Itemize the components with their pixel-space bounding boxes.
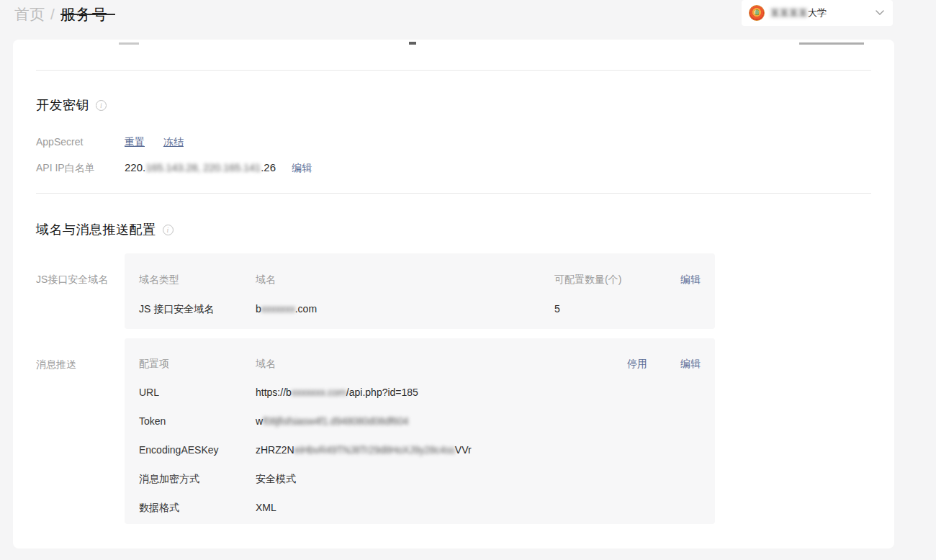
ip-whitelist-row: API IP白名单 220.165.143.28, 220.165.141.26… [36, 160, 871, 176]
clipped-row-fragment [409, 42, 416, 45]
value-redacted: eiHbvR49TNJ8Tr29d8HoXJ9y28c4ss [294, 444, 455, 456]
university-emblem-icon [749, 5, 765, 21]
js-domain-quota: 5 [554, 302, 701, 316]
appsecret-freeze-link[interactable]: 冻结 [163, 136, 184, 148]
config-row-encrypt-mode: 消息加密方式 安全模式 [139, 471, 701, 486]
value-prefix: https://b [256, 387, 292, 398]
js-domain-panel: 域名类型 域名 可配置数量(个) 编辑 JS 接口安全域名 bxxxxxxx.c… [125, 253, 715, 329]
section-divider [36, 70, 871, 71]
appsecret-reset-link[interactable]: 重置 [125, 136, 145, 148]
clipped-row-fragment [119, 42, 139, 45]
ip-whitelist-value: 220.165.143.28, 220.165.141.26 编辑 [125, 160, 312, 176]
value-suffix: /api.php?id=185 [346, 387, 418, 398]
js-domain-row: JS接口安全域名 域名类型 域名 可配置数量(个) 编辑 JS 接口安全域名 b… [36, 253, 871, 329]
js-domain-suffix: .com [295, 303, 317, 315]
clipped-row-fragment [799, 42, 864, 45]
ip-suffix: .26 [261, 161, 276, 173]
js-domain-prefix: b [256, 303, 261, 315]
js-domain-value: bxxxxxxx.com [256, 302, 554, 316]
config-row-aeskey: EncodingAESKey zHRZ2NeiHbvR49TNJ8Tr29d8H… [139, 443, 701, 457]
message-push-row-label: 消息推送 [36, 338, 125, 371]
message-push-disable-link[interactable]: 停用 [627, 356, 647, 371]
ip-redacted: 165.143.28, 220.165.141 [145, 161, 261, 173]
col-header-domain: 域名 [256, 356, 627, 371]
js-domain-edit-link[interactable]: 编辑 [680, 272, 701, 286]
ip-whitelist-edit-link[interactable]: 编辑 [292, 162, 312, 173]
account-name-redacted: 某某某某 [770, 6, 808, 19]
appsecret-label: AppSecret [36, 134, 125, 150]
domain-push-section: 域名与消息推送配置 i JS接口安全域名 域名类型 域名 可配置数量(个) 编辑… [13, 221, 894, 524]
message-push-panel: 配置项 域名 停用 编辑 URL https://bxxxxxxx.com/ap… [125, 338, 715, 524]
config-label: Token [139, 414, 256, 428]
config-label: URL [139, 385, 256, 399]
js-domain-type: JS 接口安全域名 [139, 302, 256, 316]
account-selector[interactable]: 某某某某 大学 [742, 0, 893, 26]
account-name-suffix: 大学 [808, 6, 827, 19]
domain-push-title: 域名与消息推送配置 [36, 221, 156, 238]
top-header: 首页 / 服务号 某某某某 大学 [0, 0, 936, 40]
breadcrumb-home-link[interactable]: 首页 [14, 4, 45, 24]
config-row-url: URL https://bxxxxxxx.com/api.php?id=185 [139, 385, 701, 399]
col-header-type: 域名类型 [139, 272, 256, 286]
config-row-data-format: 数据格式 XML [139, 500, 701, 515]
js-domain-table-header: 域名类型 域名 可配置数量(个) 编辑 [139, 272, 701, 286]
value-prefix: zHRZ2N [256, 444, 294, 456]
ip-prefix: 220. [125, 161, 145, 173]
value-redacted: xxxxxxx.com [292, 387, 346, 398]
message-push-table-header: 配置项 域名 停用 编辑 [139, 356, 701, 371]
message-push-row: 消息推送 配置项 域名 停用 编辑 URL https://bxxxxxxx.c… [36, 338, 871, 524]
js-domain-row-label: JS接口安全域名 [36, 253, 125, 286]
js-domain-redacted: xxxxxxx [261, 303, 295, 315]
col-header-domain: 域名 [256, 272, 554, 286]
config-label: 消息加密方式 [139, 471, 256, 486]
appsecret-row: AppSecret 重置 冻结 [36, 134, 871, 150]
ip-whitelist-label: API IP白名单 [36, 160, 125, 176]
breadcrumb: 首页 / 服务号 [14, 4, 108, 24]
value-suffix: VVr [455, 444, 472, 456]
clipped-row [36, 40, 871, 45]
col-header-item: 配置项 [139, 356, 256, 371]
section-divider [36, 193, 871, 194]
page-title-wrap: 服务号 [60, 4, 108, 24]
config-label: EncodingAESKey [139, 443, 256, 457]
account-name: 某某某某 大学 [770, 6, 827, 19]
page-title: 服务号 [60, 6, 108, 22]
dev-keys-title: 开发密钥 [36, 96, 89, 114]
value-suffix: 安全模式 [256, 473, 296, 484]
js-domain-table-row: JS 接口安全域名 bxxxxxxx.com 5 [139, 302, 701, 316]
dev-keys-section: 开发密钥 i AppSecret 重置 冻结 API IP白名单 220.165… [13, 96, 894, 176]
chevron-down-icon [876, 10, 884, 16]
value-suffix: XML [256, 502, 276, 513]
value-prefix: w [256, 415, 263, 427]
info-icon[interactable]: i [163, 225, 174, 235]
value-redacted: f08jfisfsiasw4f1.d948080d08df604 [263, 415, 408, 427]
config-label: 数据格式 [139, 500, 256, 515]
settings-card: 开发密钥 i AppSecret 重置 冻结 API IP白名单 220.165… [13, 40, 894, 548]
message-push-edit-link[interactable]: 编辑 [680, 356, 701, 371]
info-icon[interactable]: i [96, 100, 107, 111]
config-row-token: Token wf08jfisfsiasw4f1.d948080d08df604 [139, 414, 701, 428]
breadcrumb-separator: / [50, 6, 55, 23]
col-header-quota: 可配置数量(个) [554, 272, 680, 286]
